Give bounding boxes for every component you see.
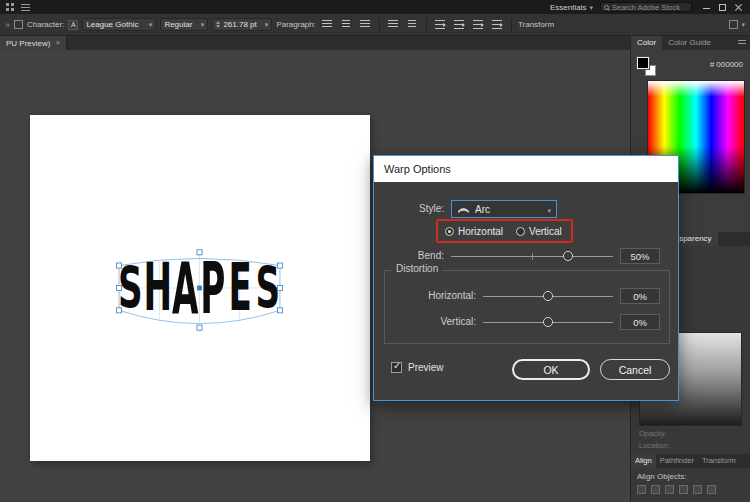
warp-arc-icon xyxy=(457,204,470,214)
distortion-vertical-slider[interactable] xyxy=(483,314,613,330)
distortion-vertical-value-field[interactable]: 0% xyxy=(620,314,660,330)
hex-value-field[interactable]: # 000000 xyxy=(710,60,743,69)
align-horizontal-right-button[interactable] xyxy=(665,485,674,494)
warp-letter: H xyxy=(143,250,172,325)
app-grid-icon[interactable] xyxy=(6,3,14,11)
justify-icon xyxy=(388,20,398,29)
warped-text-object[interactable]: S H A P E S xyxy=(116,237,284,344)
align-objects-label: Align Objects: xyxy=(631,468,750,483)
anchor-proxy-icon xyxy=(14,20,23,29)
slider-handle[interactable] xyxy=(543,317,553,327)
distortion-group-label: Distortion xyxy=(392,263,442,274)
search-input[interactable]: Search Adobe Stock xyxy=(600,2,692,12)
font-family-value: League Gothic xyxy=(86,20,138,29)
artboard[interactable]: S H A P E S xyxy=(30,115,370,461)
align-vertical-top-button[interactable] xyxy=(679,485,688,494)
font-family-select[interactable]: League Gothic xyxy=(82,18,156,31)
tab-align[interactable]: Align xyxy=(631,454,656,468)
align-buttons-row xyxy=(631,483,750,496)
align-right-button[interactable] xyxy=(358,17,373,32)
distortion-group-box xyxy=(384,270,670,344)
warp-options-dialog: Warp Options Style: Arc Horizontal Verti… xyxy=(373,155,679,401)
align-horizontal-left-button[interactable] xyxy=(637,485,646,494)
window-close-button[interactable] xyxy=(735,4,742,11)
panel-options-icon[interactable] xyxy=(729,20,738,29)
font-style-select[interactable]: Regular xyxy=(160,18,208,31)
tab-color[interactable]: Color xyxy=(631,36,662,50)
warp-letter: E xyxy=(229,250,252,325)
align-horizontal-center-button[interactable] xyxy=(651,485,660,494)
tab-pathfinder[interactable]: Pathfinder xyxy=(656,454,698,468)
panel-menu-icon[interactable] xyxy=(738,40,746,46)
indent-left-button[interactable] xyxy=(433,17,448,32)
justify-all-button[interactable] xyxy=(405,17,420,32)
chevron-down-icon xyxy=(265,20,269,29)
separator xyxy=(426,18,427,32)
color-panel-tabs: Color Color Guide xyxy=(631,36,750,50)
ok-button[interactable]: OK xyxy=(512,359,590,380)
warp-letter: A xyxy=(172,246,199,329)
distortion-horizontal-value-field[interactable]: 0% xyxy=(620,288,660,304)
indent-icon xyxy=(435,20,445,29)
character-panel-icon[interactable]: A xyxy=(68,20,78,30)
orientation-radio-group: Horizontal Vertical xyxy=(445,223,562,239)
distortion-horizontal-slider[interactable] xyxy=(483,288,613,304)
slider-handle[interactable] xyxy=(563,251,573,261)
preview-checkbox[interactable] xyxy=(391,362,402,373)
control-bar: Character: A League Gothic Regular 261.7… xyxy=(0,14,750,36)
dialog-title-text: Warp Options xyxy=(384,163,451,175)
horizontal-radio[interactable]: Horizontal xyxy=(445,226,503,237)
slider-handle[interactable] xyxy=(543,291,553,301)
space-before-button[interactable] xyxy=(471,17,486,32)
align-vertical-center-button[interactable] xyxy=(693,485,702,494)
distortion-horizontal-label: Horizontal: xyxy=(392,288,476,304)
menu-icon[interactable] xyxy=(21,4,30,11)
indent-right-button[interactable] xyxy=(452,17,467,32)
chevron-down-icon xyxy=(741,20,745,29)
font-size-value: 261.78 pt xyxy=(223,20,256,29)
justify-icon xyxy=(408,20,416,29)
tab-transform[interactable]: Transform xyxy=(698,454,740,468)
warp-letter: S xyxy=(255,255,280,322)
align-center-button[interactable] xyxy=(339,17,354,32)
cancel-button[interactable]: Cancel xyxy=(600,359,670,380)
horizontal-radio-label: Horizontal xyxy=(458,226,503,237)
align-vertical-bottom-button[interactable] xyxy=(707,485,716,494)
slider-center-tick xyxy=(532,253,533,260)
chevron-down-icon xyxy=(149,20,153,29)
illustrator-window: Essentials Search Adobe Stock Character:… xyxy=(0,0,750,502)
transform-link[interactable]: Transform xyxy=(518,20,554,29)
chevron-down-icon xyxy=(201,20,205,29)
stepper-arrows-icon[interactable] xyxy=(216,21,220,28)
distortion-vertical-label: Vertical: xyxy=(392,314,476,330)
vertical-radio-label: Vertical xyxy=(529,226,562,237)
spacing-icon xyxy=(473,20,483,29)
align-left-button[interactable] xyxy=(320,17,335,32)
document-tab[interactable]: PU Preview) × xyxy=(0,36,67,50)
controlbar-right-group xyxy=(729,20,745,29)
document-tab-label: PU Preview) xyxy=(6,39,50,48)
vertical-radio[interactable]: Vertical xyxy=(516,226,562,237)
spacing-icon xyxy=(492,20,502,29)
justify-left-button[interactable] xyxy=(386,17,401,32)
tab-close-icon[interactable]: × xyxy=(55,39,60,47)
font-style-value: Regular xyxy=(164,20,192,29)
fill-swatch[interactable] xyxy=(637,57,649,69)
paragraph-label: Paragraph: xyxy=(276,20,316,29)
radio-selected-icon xyxy=(445,227,454,236)
search-placeholder: Search Adobe Stock xyxy=(612,3,680,12)
workspace-switcher[interactable]: Essentials xyxy=(550,3,593,12)
font-size-stepper[interactable]: 261.78 pt xyxy=(212,18,272,31)
opacity-label: Opacity: xyxy=(631,426,750,438)
tab-color-guide[interactable]: Color Guide xyxy=(662,36,717,50)
panel-expand-icon[interactable] xyxy=(5,20,10,30)
warp-style-select[interactable]: Arc xyxy=(451,200,557,218)
align-left-icon xyxy=(322,20,332,29)
bend-value-field[interactable]: 50% xyxy=(620,248,660,264)
space-after-button[interactable] xyxy=(490,17,505,32)
bend-slider[interactable] xyxy=(451,248,613,264)
window-minimize-button[interactable] xyxy=(703,4,710,11)
app-titlebar: Essentials Search Adobe Stock xyxy=(0,0,750,14)
window-restore-button[interactable] xyxy=(719,4,726,11)
dialog-titlebar[interactable]: Warp Options xyxy=(374,156,678,182)
